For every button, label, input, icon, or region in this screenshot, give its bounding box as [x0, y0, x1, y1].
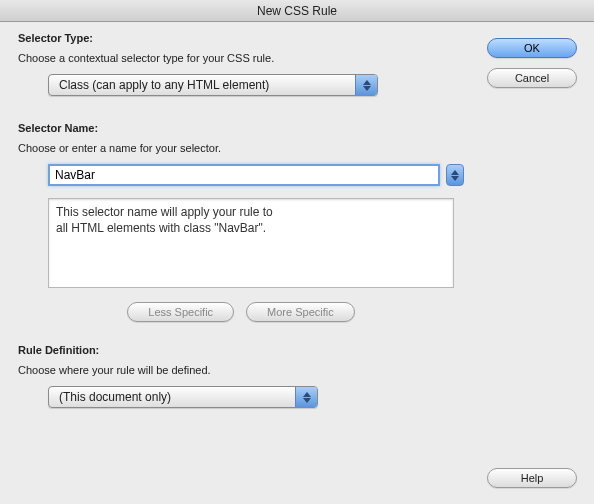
explain-line-2: all HTML elements with class "NavBar".	[56, 220, 446, 236]
dropdown-arrows-icon	[295, 387, 317, 407]
dialog-title: New CSS Rule	[0, 0, 594, 22]
rule-definition-select[interactable]: (This document only)	[48, 386, 318, 408]
explain-line-1: This selector name will apply your rule …	[56, 204, 446, 220]
selector-type-value: Class (can apply to any HTML element)	[59, 78, 269, 92]
dialog-body: Selector Type: Choose a contextual selec…	[0, 22, 594, 504]
rule-definition-label: Rule Definition:	[18, 344, 464, 356]
selector-type-desc: Choose a contextual selector type for yo…	[18, 52, 464, 64]
dropdown-arrows-icon	[355, 75, 377, 95]
selector-name-label: Selector Name:	[18, 122, 464, 134]
selector-name-desc: Choose or enter a name for your selector…	[18, 142, 464, 154]
help-button[interactable]: Help	[487, 468, 577, 488]
ok-button[interactable]: OK	[487, 38, 577, 58]
less-specific-button[interactable]: Less Specific	[127, 302, 234, 322]
selector-explanation: This selector name will apply your rule …	[48, 198, 454, 288]
selector-name-input[interactable]	[48, 164, 440, 186]
cancel-button[interactable]: Cancel	[487, 68, 577, 88]
rule-definition-value: (This document only)	[59, 390, 171, 404]
left-panel: Selector Type: Choose a contextual selec…	[0, 22, 478, 504]
selector-type-select[interactable]: Class (can apply to any HTML element)	[48, 74, 378, 96]
selector-type-label: Selector Type:	[18, 32, 464, 44]
more-specific-button[interactable]: More Specific	[246, 302, 355, 322]
selector-name-stepper[interactable]	[446, 164, 464, 186]
right-panel: OK Cancel Help	[478, 22, 594, 504]
rule-definition-desc: Choose where your rule will be defined.	[18, 364, 464, 376]
